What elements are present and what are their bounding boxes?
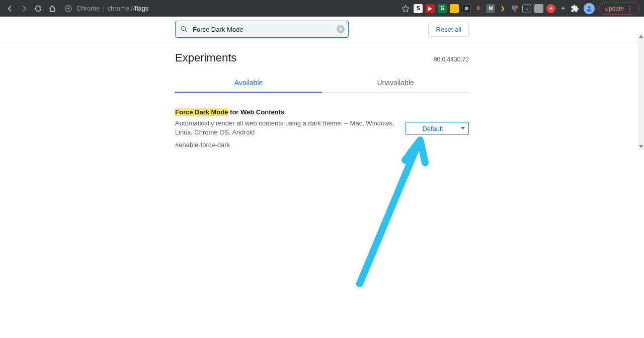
arrow-left-icon [6,5,14,13]
extension-icon[interactable]: K [474,4,483,13]
home-icon [48,5,56,13]
extension-icon[interactable] [510,4,519,13]
chrome-page-icon [64,5,72,13]
arrow-right-icon [20,5,28,13]
extension-icon[interactable] [450,4,459,13]
close-icon [339,27,343,31]
address-separator: | [103,5,104,12]
extensions-puzzle-icon[interactable] [571,4,580,13]
flag-title-highlight: Force Dark Mode [175,108,228,116]
chevron-down-icon [639,145,643,148]
reload-icon [34,5,42,13]
flag-title-rest: for Web Contents [228,108,284,116]
annotation-arrow [352,132,433,289]
nav-back-button[interactable] [4,3,16,15]
extension-icon[interactable]: ⌄ [522,4,531,13]
tabs: Available Unavailable [175,74,469,93]
address-prefix: Chrome [76,5,100,12]
extension-icon[interactable]: ✦ [546,4,555,13]
tab-unavailable[interactable]: Unavailable [322,74,469,92]
page-header: Experiments 90.0.4430.72 [175,51,469,64]
vertical-scrollbar[interactable] [638,33,644,150]
bookmark-star-icon[interactable] [401,5,410,13]
menu-dots-icon: ⋮ [627,5,632,12]
page-title: Experiments [175,51,236,64]
update-button[interactable]: Update ⋮ [599,3,640,15]
flag-description: Automatically render all web contents us… [175,119,395,137]
svg-point-3 [182,27,186,31]
flag-text: Force Dark Mode for Web Contents Automat… [175,108,395,150]
extension-icon[interactable]: ⊘ [462,4,471,13]
version-label: 90.0.4430.72 [434,56,469,63]
flag-hash-link[interactable]: #enable-force-dark [175,141,230,150]
tab-available[interactable]: Available [175,74,322,93]
svg-point-1 [67,8,69,10]
address-bar[interactable]: Chrome | chrome://flags [64,5,401,13]
clear-search-button[interactable] [337,25,345,33]
search-toolbar: Reset all [0,17,644,42]
profile-avatar[interactable] [584,3,595,14]
scroll-down-button[interactable] [638,144,644,150]
nav-forward-button[interactable] [18,3,30,15]
extension-icon[interactable]: ❯ [498,4,507,13]
scroll-up-button[interactable] [638,33,644,39]
search-input[interactable] [175,21,349,38]
flag-select-wrap: Default [406,122,469,135]
extension-icon[interactable]: ▶ [426,4,435,13]
extension-icon[interactable]: G [438,4,447,13]
extension-icons: S ▶ G ⊘ K M ❯ ⌄ ✦ ✦ [414,4,580,13]
svg-point-2 [588,6,591,9]
reset-all-button[interactable]: Reset all [428,22,469,37]
person-icon [586,5,593,12]
search-icon [180,25,188,33]
chevron-up-icon [639,35,643,38]
extension-icon[interactable]: S [414,4,423,13]
extension-icon[interactable] [534,4,543,13]
address-url: chrome://flags [108,5,149,12]
nav-reload-button[interactable] [32,3,44,15]
flag-item: Force Dark Mode for Web Contents Automat… [175,108,469,150]
flag-title: Force Dark Mode for Web Contents [175,108,395,117]
extension-icon[interactable]: M [486,4,495,13]
update-label: Update [604,5,624,12]
extension-icon[interactable]: ✦ [558,4,568,13]
browser-top-bar: Chrome | chrome://flags S ▶ G ⊘ K M ❯ ⌄ … [0,0,644,17]
flags-page: Reset all Experiments 90.0.4430.72 Avail… [0,17,644,150]
flag-state-select[interactable]: Default [406,122,469,135]
nav-home-button[interactable] [46,3,58,15]
